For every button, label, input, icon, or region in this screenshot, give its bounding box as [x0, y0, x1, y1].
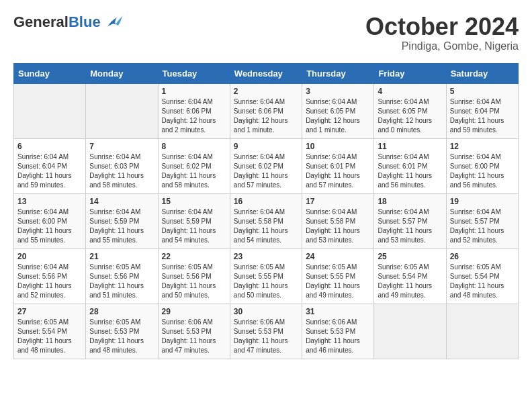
logo-general: General	[13, 13, 69, 30]
day-number: 3	[306, 87, 370, 96]
calendar-cell: 30Sunrise: 6:06 AMSunset: 5:53 PMDayligh…	[230, 304, 302, 359]
calendar-header-row: SundayMondayTuesdayWednesdayThursdayFrid…	[14, 63, 519, 83]
calendar-cell: 28Sunrise: 6:05 AMSunset: 5:53 PMDayligh…	[86, 304, 158, 359]
calendar-cell: 5Sunrise: 6:04 AMSunset: 6:04 PMDaylight…	[446, 83, 518, 138]
day-number: 5	[450, 87, 515, 96]
logo-text: GeneralBlue	[13, 13, 101, 31]
calendar-cell: 19Sunrise: 6:04 AMSunset: 5:57 PMDayligh…	[446, 193, 518, 248]
day-info: Sunrise: 6:04 AMSunset: 6:06 PMDaylight:…	[234, 97, 298, 135]
day-info: Sunrise: 6:04 AMSunset: 6:00 PMDaylight:…	[17, 208, 82, 245]
day-info: Sunrise: 6:05 AMSunset: 5:54 PMDaylight:…	[17, 318, 82, 355]
day-number: 25	[378, 252, 442, 261]
calendar-cell: 3Sunrise: 6:04 AMSunset: 6:05 PMDaylight…	[302, 83, 374, 138]
day-info: Sunrise: 6:05 AMSunset: 5:56 PMDaylight:…	[162, 263, 226, 300]
calendar-cell: 7Sunrise: 6:04 AMSunset: 6:03 PMDaylight…	[86, 138, 158, 193]
day-info: Sunrise: 6:06 AMSunset: 5:53 PMDaylight:…	[162, 318, 226, 355]
day-info: Sunrise: 6:04 AMSunset: 6:04 PMDaylight:…	[450, 97, 515, 135]
day-number: 17	[306, 197, 370, 206]
calendar-cell: 18Sunrise: 6:04 AMSunset: 5:57 PMDayligh…	[374, 193, 446, 248]
calendar-cell: 27Sunrise: 6:05 AMSunset: 5:54 PMDayligh…	[14, 304, 86, 359]
week-row-1: 1Sunrise: 6:04 AMSunset: 6:06 PMDaylight…	[14, 83, 519, 138]
calendar-cell: 12Sunrise: 6:04 AMSunset: 6:00 PMDayligh…	[446, 138, 518, 193]
calendar-table: SundayMondayTuesdayWednesdayThursdayFrid…	[13, 63, 519, 359]
calendar-cell	[14, 83, 86, 138]
day-info: Sunrise: 6:04 AMSunset: 6:01 PMDaylight:…	[378, 152, 442, 190]
day-number: 8	[162, 142, 226, 151]
day-info: Sunrise: 6:05 AMSunset: 5:55 PMDaylight:…	[306, 263, 370, 300]
calendar-cell: 11Sunrise: 6:04 AMSunset: 6:01 PMDayligh…	[374, 138, 446, 193]
week-row-2: 6Sunrise: 6:04 AMSunset: 6:04 PMDaylight…	[14, 138, 519, 193]
day-header-wednesday: Wednesday	[230, 63, 302, 83]
calendar-cell: 25Sunrise: 6:05 AMSunset: 5:54 PMDayligh…	[374, 248, 446, 304]
day-info: Sunrise: 6:05 AMSunset: 5:53 PMDaylight:…	[89, 318, 154, 355]
logo: GeneralBlue	[13, 13, 122, 31]
day-info: Sunrise: 6:04 AMSunset: 5:58 PMDaylight:…	[306, 208, 370, 245]
calendar-cell: 10Sunrise: 6:04 AMSunset: 6:01 PMDayligh…	[302, 138, 374, 193]
page-header: GeneralBlue October 2024 Pindiga, Gombe,…	[13, 13, 519, 52]
day-header-sunday: Sunday	[14, 63, 86, 83]
day-number: 18	[378, 197, 442, 206]
day-number: 6	[17, 142, 82, 151]
calendar-cell	[374, 304, 446, 359]
calendar-cell: 31Sunrise: 6:06 AMSunset: 5:53 PMDayligh…	[302, 304, 374, 359]
day-info: Sunrise: 6:05 AMSunset: 5:54 PMDaylight:…	[378, 263, 442, 300]
day-info: Sunrise: 6:04 AMSunset: 6:05 PMDaylight:…	[378, 97, 442, 135]
day-info: Sunrise: 6:04 AMSunset: 5:59 PMDaylight:…	[162, 208, 226, 245]
day-number: 29	[162, 307, 226, 316]
day-header-tuesday: Tuesday	[158, 63, 230, 83]
day-number: 23	[234, 252, 298, 261]
calendar-cell: 8Sunrise: 6:04 AMSunset: 6:02 PMDaylight…	[158, 138, 230, 193]
month-title: October 2024	[365, 13, 519, 40]
week-row-4: 20Sunrise: 6:04 AMSunset: 5:56 PMDayligh…	[14, 248, 519, 304]
day-info: Sunrise: 6:05 AMSunset: 5:54 PMDaylight:…	[450, 263, 515, 300]
day-number: 14	[89, 197, 154, 206]
day-info: Sunrise: 6:05 AMSunset: 5:56 PMDaylight:…	[89, 263, 154, 300]
calendar-cell: 20Sunrise: 6:04 AMSunset: 5:56 PMDayligh…	[14, 248, 86, 304]
day-number: 30	[234, 307, 298, 316]
location: Pindiga, Gombe, Nigeria	[365, 40, 519, 52]
day-header-thursday: Thursday	[302, 63, 374, 83]
day-number: 27	[17, 307, 82, 316]
day-number: 2	[234, 87, 298, 96]
calendar-cell	[446, 304, 518, 359]
calendar-cell: 22Sunrise: 6:05 AMSunset: 5:56 PMDayligh…	[158, 248, 230, 304]
calendar-cell: 1Sunrise: 6:04 AMSunset: 6:06 PMDaylight…	[158, 83, 230, 138]
day-number: 21	[89, 252, 154, 261]
calendar-cell: 4Sunrise: 6:04 AMSunset: 6:05 PMDaylight…	[374, 83, 446, 138]
calendar-cell: 9Sunrise: 6:04 AMSunset: 6:02 PMDaylight…	[230, 138, 302, 193]
day-header-monday: Monday	[86, 63, 158, 83]
day-info: Sunrise: 6:04 AMSunset: 5:58 PMDaylight:…	[234, 208, 298, 245]
day-number: 10	[306, 142, 370, 151]
calendar-cell	[86, 83, 158, 138]
calendar-cell: 15Sunrise: 6:04 AMSunset: 5:59 PMDayligh…	[158, 193, 230, 248]
week-row-3: 13Sunrise: 6:04 AMSunset: 6:00 PMDayligh…	[14, 193, 519, 248]
day-header-saturday: Saturday	[446, 63, 518, 83]
calendar-cell: 6Sunrise: 6:04 AMSunset: 6:04 PMDaylight…	[14, 138, 86, 193]
logo-blue: Blue	[69, 13, 101, 30]
day-info: Sunrise: 6:05 AMSunset: 5:55 PMDaylight:…	[234, 263, 298, 300]
day-number: 24	[306, 252, 370, 261]
day-number: 22	[162, 252, 226, 261]
calendar-cell: 14Sunrise: 6:04 AMSunset: 5:59 PMDayligh…	[86, 193, 158, 248]
day-info: Sunrise: 6:04 AMSunset: 5:56 PMDaylight:…	[17, 263, 82, 300]
day-number: 1	[162, 87, 226, 96]
day-info: Sunrise: 6:04 AMSunset: 6:03 PMDaylight:…	[89, 152, 154, 190]
day-info: Sunrise: 6:04 AMSunset: 6:05 PMDaylight:…	[306, 97, 370, 135]
day-number: 26	[450, 252, 515, 261]
calendar-cell: 13Sunrise: 6:04 AMSunset: 6:00 PMDayligh…	[14, 193, 86, 248]
day-number: 11	[378, 142, 442, 151]
week-row-5: 27Sunrise: 6:05 AMSunset: 5:54 PMDayligh…	[14, 304, 519, 359]
day-number: 28	[89, 307, 154, 316]
logo-bird-icon	[102, 15, 122, 30]
day-info: Sunrise: 6:04 AMSunset: 5:59 PMDaylight:…	[89, 208, 154, 245]
day-number: 20	[17, 252, 82, 261]
day-info: Sunrise: 6:04 AMSunset: 6:06 PMDaylight:…	[162, 97, 226, 135]
calendar-cell: 29Sunrise: 6:06 AMSunset: 5:53 PMDayligh…	[158, 304, 230, 359]
calendar-cell: 26Sunrise: 6:05 AMSunset: 5:54 PMDayligh…	[446, 248, 518, 304]
day-info: Sunrise: 6:04 AMSunset: 5:57 PMDaylight:…	[450, 208, 515, 245]
day-number: 9	[234, 142, 298, 151]
day-info: Sunrise: 6:06 AMSunset: 5:53 PMDaylight:…	[234, 318, 298, 355]
day-number: 12	[450, 142, 515, 151]
calendar-cell: 24Sunrise: 6:05 AMSunset: 5:55 PMDayligh…	[302, 248, 374, 304]
day-number: 31	[306, 307, 370, 316]
